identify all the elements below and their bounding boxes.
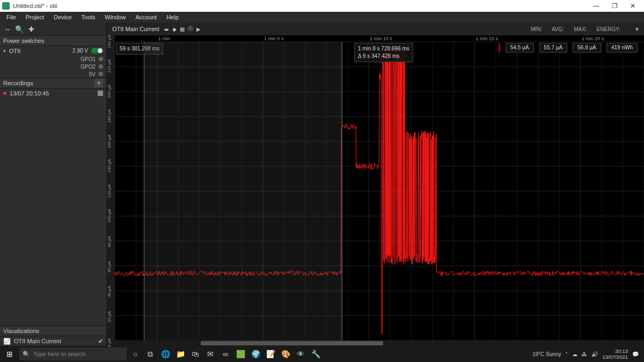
- search-placeholder: Type here to search: [33, 351, 85, 357]
- y-tick-label: 100 µA: [107, 209, 112, 223]
- tab-grid-icon[interactable]: ▦: [180, 26, 185, 32]
- app-icon-2[interactable]: 🌍: [249, 348, 262, 360]
- tab-close-icon[interactable]: ⓧ: [188, 25, 193, 33]
- record-indicator-icon: [3, 92, 6, 95]
- menu-device[interactable]: Device: [49, 13, 76, 21]
- tab-play-icon[interactable]: ▶: [196, 26, 201, 32]
- cortana-icon[interactable]: ○: [129, 348, 142, 360]
- gpo1-row: GPO1: [0, 55, 106, 63]
- menu-account[interactable]: Account: [131, 13, 161, 21]
- taskview-icon[interactable]: ⧉: [144, 348, 157, 360]
- app-icon-3[interactable]: 📝: [264, 348, 277, 360]
- explorer-icon[interactable]: 📁: [174, 348, 187, 360]
- menu-help[interactable]: Help: [162, 13, 183, 21]
- add-recording-button[interactable]: +: [94, 79, 103, 87]
- tab-expand-icon[interactable]: ◆: [172, 26, 177, 32]
- chart-line-icon: 📈: [3, 338, 11, 345]
- gpo2-row: GPO2: [0, 63, 106, 70]
- device-voltage: 2.90 V: [72, 48, 88, 54]
- device-row[interactable]: ▾ OTII 2.90 V: [0, 46, 106, 55]
- y-tick-label: 180 µA: [107, 109, 112, 123]
- tray-cloud-icon[interactable]: ☁: [572, 351, 577, 357]
- stop-recording-button[interactable]: [98, 91, 103, 96]
- power-switches-label: Power switches: [3, 38, 44, 44]
- stat-max-label: MAX:: [574, 26, 587, 32]
- app-icon-5[interactable]: 👁: [294, 348, 307, 360]
- menu-file[interactable]: File: [2, 13, 20, 21]
- gpo2-label: GPO2: [80, 64, 96, 70]
- y-tick-label: 20 µA: [107, 311, 112, 322]
- app-icon: [2, 2, 10, 10]
- chart-tabbar: OTII Main Current ◂▸ ◆ ▦ ⓧ ▶ MIN: AVG: M…: [106, 23, 644, 35]
- gpo1-label: GPO1: [80, 56, 96, 62]
- weather-widget[interactable]: 19°C Sunny: [532, 351, 561, 357]
- y-tick-label: 240 µA: [107, 34, 112, 48]
- x-tick-label: 1 min: [158, 36, 170, 41]
- recording-item[interactable]: 13/07 20:10:45: [0, 88, 106, 98]
- device-power-toggle[interactable]: [91, 48, 103, 54]
- cursor-delta: Δ 9 s 347.428 ms: [358, 53, 409, 60]
- app-icon-1[interactable]: 🟩: [234, 348, 247, 360]
- visualization-name: OTII Main Current: [14, 338, 61, 344]
- clock-date: 13/07/2021: [602, 354, 628, 360]
- app-icon-4[interactable]: 🎨: [279, 348, 292, 360]
- maximize-button[interactable]: ❐: [605, 0, 624, 12]
- 5v-row: 5V: [0, 70, 106, 78]
- recordings-header: Recordings +: [0, 78, 106, 88]
- x-tick-label: 1 min 10 s: [370, 36, 392, 41]
- taskbar-clock[interactable]: 20:13 13/07/2021: [602, 348, 628, 360]
- notifications-icon[interactable]: 💬: [632, 351, 639, 357]
- stat-energy-label: ENERGY:: [597, 26, 620, 32]
- power-switches-header: Power switches: [0, 35, 106, 46]
- link-icon[interactable]: ∞: [219, 348, 232, 360]
- toolbar: ↔ 🔍 ✚ OTII Main Current ◂▸ ◆ ▦ ⓧ ▶ MIN: …: [0, 23, 644, 35]
- 5v-indicator[interactable]: [99, 72, 103, 76]
- store-icon[interactable]: 🛍: [189, 348, 202, 360]
- recording-timestamp: 13/07 20:10:45: [10, 90, 49, 97]
- tray-chevron-icon[interactable]: ˄: [565, 351, 568, 357]
- app-icon-6[interactable]: 🔧: [309, 348, 322, 360]
- stats-chevron-icon[interactable]: ▼: [634, 26, 640, 32]
- tab-main-current[interactable]: OTII Main Current: [110, 26, 162, 32]
- cursor-tool-icon[interactable]: ↔: [3, 25, 12, 33]
- menubar: File Project Device Tools Window Account…: [0, 12, 644, 23]
- visualization-item[interactable]: 📈 OTII Main Current ✔: [0, 336, 106, 346]
- stats-bar: MIN: AVG: MAX: ENERGY: ▼: [531, 23, 644, 35]
- menu-project[interactable]: Project: [21, 13, 48, 21]
- sidebar: Power switches ▾ OTII 2.90 V GPO1 GPO2 5…: [0, 35, 106, 346]
- add-tool-icon[interactable]: ✚: [27, 25, 35, 33]
- chart-area[interactable]: 0 µA20 µA40 µA60 µA80 µA100 µA120 µA140 …: [106, 35, 644, 346]
- y-tick-label: 60 µA: [107, 261, 112, 272]
- mail-icon[interactable]: ✉: [204, 348, 217, 360]
- scrollbar-thumb[interactable]: [201, 341, 383, 345]
- y-tick-label: 200 µA: [107, 84, 112, 98]
- minimize-button[interactable]: —: [587, 0, 605, 12]
- y-tick-label: 160 µA: [107, 134, 112, 148]
- app-body: Power switches ▾ OTII 2.90 V GPO1 GPO2 5…: [0, 35, 644, 346]
- 5v-label: 5V: [89, 71, 96, 77]
- gpo1-indicator[interactable]: [99, 57, 103, 61]
- tab-nav-icon[interactable]: ◂▸: [164, 26, 169, 32]
- close-button[interactable]: ✕: [624, 0, 642, 12]
- tray-volume-icon[interactable]: 🔊: [591, 351, 598, 357]
- gpo2-indicator[interactable]: [99, 64, 103, 69]
- start-button[interactable]: ⊞: [2, 346, 17, 361]
- cursor-b-time: 1 min 8 s 728.696 ms: [358, 45, 409, 53]
- clock-time: 20:13: [602, 348, 628, 354]
- menu-window[interactable]: Window: [100, 13, 130, 21]
- menu-tools[interactable]: Tools: [77, 13, 100, 21]
- taskbar-search[interactable]: 🔍 Type here to search: [19, 348, 127, 360]
- visualizations-header: Visualizations: [0, 326, 106, 336]
- taskbar: ⊞ 🔍 Type here to search ○ ⧉ 🌐 📁 🛍 ✉ ∞ 🟩 …: [0, 346, 644, 362]
- selection-region[interactable]: [144, 42, 342, 341]
- y-tick-label: 120 µA: [107, 184, 112, 198]
- measure-energy: 419 nWh: [606, 43, 638, 53]
- y-tick-label: 0 µA: [107, 338, 112, 347]
- horizontal-scrollbar[interactable]: [115, 341, 644, 346]
- measure-max: 56.8 µA: [573, 43, 601, 53]
- zoom-tool-icon[interactable]: 🔍: [15, 25, 24, 33]
- tray-network-icon[interactable]: 🖧: [582, 351, 587, 357]
- edge-icon[interactable]: 🌐: [159, 348, 172, 360]
- x-tick-label: 1 min 5 s: [264, 36, 284, 41]
- measure-avg: 55.7 µA: [539, 43, 568, 53]
